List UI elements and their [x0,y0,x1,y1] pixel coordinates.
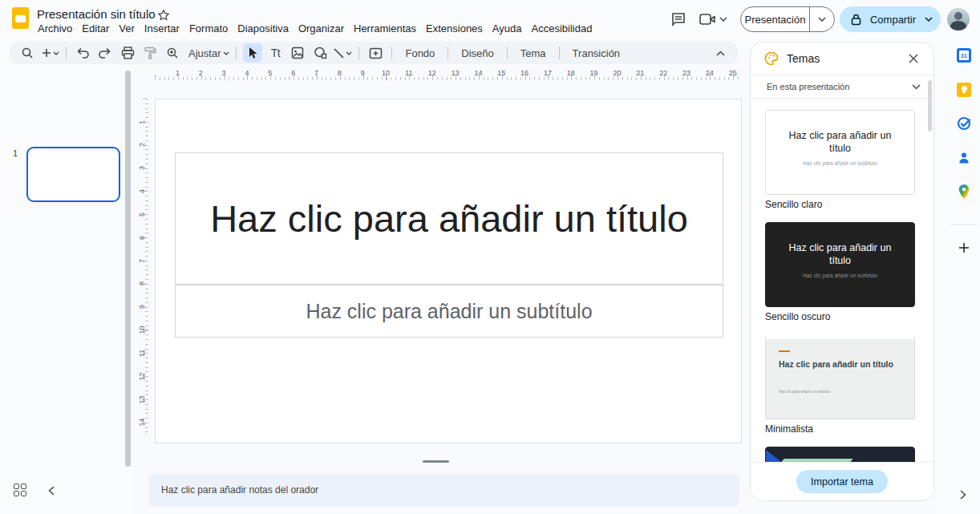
theme-name: Sencillo oscuro [765,311,919,323]
title-placeholder-text: Haz clic para añadir un título [210,194,688,244]
chevron-down-icon [818,17,826,22]
text-box-button[interactable]: Tt [265,43,285,63]
select-tool-button[interactable] [243,43,262,63]
theme-card[interactable]: Haz clic para añadir un título Haz clic … [765,334,919,435]
theme-subtitle-placeholder: Haz clic para añadir un subtítulo [766,160,914,166]
avatar[interactable] [947,8,970,30]
add-app-button[interactable] [957,241,971,255]
keep-icon[interactable] [957,83,971,97]
slides-logo-inner [15,15,26,22]
notes-resize-handle[interactable] [423,460,449,463]
placeholder-plus-icon [369,47,383,59]
slide-number: 1 [13,148,18,158]
text-box-icon: Tt [271,47,280,59]
theme-thumbnail[interactable] [765,447,915,463]
redo-button[interactable] [95,43,115,63]
paint-format-button[interactable] [140,43,160,63]
calendar-day-label: 31 [959,51,969,60]
chevron-down-icon [223,51,229,55]
layout-label[interactable]: Diseño [455,47,500,59]
theme-card[interactable]: Haz clic para añadir un título Haz clic … [765,222,919,323]
themes-panel-scrollbar[interactable] [928,80,932,132]
present-options-caret[interactable] [810,17,834,22]
divider [391,47,392,59]
grid-view-icon[interactable] [14,484,27,497]
avatar-body [950,21,966,30]
search-menus-button[interactable] [18,43,37,63]
slide-editor[interactable]: Haz clic para añadir un título Haz clic … [155,99,742,443]
star-icon[interactable] [157,9,170,22]
zoom-button[interactable] [163,43,182,63]
menu-item[interactable]: Archivo [33,21,77,36]
insert-placeholder-button[interactable] [366,43,385,63]
chevron-down-icon[interactable] [925,17,933,22]
share-button[interactable]: Compartir [840,6,941,32]
theme-thumbnail[interactable]: Haz clic para añadir un título Haz clic … [765,222,915,307]
share-button-label[interactable]: Compartir [861,14,925,26]
present-button-label[interactable]: Presentación [741,14,809,26]
menu-item[interactable]: Insertar [140,21,184,36]
title-placeholder-box[interactable]: Haz clic para añadir un título [175,152,723,285]
ruler-number: 14 [131,417,154,428]
ruler-number: 11 [131,347,154,358]
menu-item[interactable]: Ayuda [488,21,527,36]
chevron-down-icon [346,51,352,55]
layout-button[interactable]: Diseño [455,43,500,63]
filmstrip-scrollbar[interactable] [125,71,131,467]
background-button[interactable]: Fondo [399,43,441,63]
insert-image-button[interactable] [288,43,307,63]
filmstrip: 1 [0,67,125,514]
menu-item[interactable]: Editar [77,21,114,36]
maps-icon[interactable] [957,184,971,199]
subtitle-placeholder-box[interactable]: Haz clic para añadir un subtítulo [175,285,723,338]
menu-item[interactable]: Extensiones [421,21,488,36]
menu-item[interactable]: Accesibilidad [527,21,597,36]
menu-item[interactable]: Ver [114,21,140,36]
theme-button[interactable]: Tema [514,43,553,63]
menu-item[interactable]: Herramientas [349,21,421,36]
fit-zoom-label[interactable]: Ajustar [185,47,222,59]
import-theme-button[interactable]: Importar tema [796,470,888,493]
chevron-right-icon [960,490,966,500]
side-apps-strip: 31 [937,38,980,514]
present-button[interactable]: Presentación [740,6,835,32]
document-title[interactable]: Presentación sin título [37,7,156,21]
theme-thumbnail[interactable]: Haz clic para añadir un título Haz clic … [765,334,915,419]
menu-item[interactable]: Diapositiva [233,21,294,36]
theme-card[interactable] [765,447,919,463]
speaker-notes[interactable]: Haz clic para añadir notas del orador [148,474,739,507]
fit-zoom-select[interactable]: Ajustar [185,43,229,63]
theme-thumbnail[interactable]: Haz clic para añadir un título Haz clic … [765,110,915,195]
menu-item[interactable]: Organizar [294,21,349,36]
shapes-icon [314,47,327,59]
section-label: En esta presentación [767,82,912,91]
themes-panel-header: Temas [751,42,933,75]
transition-button[interactable]: Transición [566,43,626,63]
meet-camera-button[interactable] [696,8,730,30]
print-button[interactable] [118,43,137,63]
comments-button[interactable] [667,8,690,30]
lock-icon [851,14,861,26]
collapse-filmstrip-button[interactable] [45,484,58,497]
chevron-down-icon[interactable] [912,84,921,90]
contacts-icon[interactable] [957,151,971,165]
calendar-icon[interactable]: 31 [957,48,971,63]
hide-side-panel-button[interactable] [958,489,969,500]
divider [358,47,359,59]
close-panel-button[interactable] [905,50,922,67]
insert-shape-button[interactable] [310,43,330,63]
background-label[interactable]: Fondo [399,47,441,59]
theme-card[interactable]: Haz clic para añadir un título Haz clic … [765,110,919,211]
theme-label[interactable]: Tema [514,47,553,59]
in-this-presentation-section[interactable]: En esta presentación [751,75,933,99]
hide-menus-button[interactable] [711,43,730,63]
slides-logo-icon[interactable] [12,7,29,29]
tasks-icon[interactable] [957,116,971,131]
transition-label[interactable]: Transición [566,47,626,59]
slide-thumbnail[interactable] [26,147,120,202]
themes-panel-footer: Importar tema [751,462,933,500]
menu-item[interactable]: Formato [184,21,233,36]
zoom-add-button[interactable] [40,43,59,63]
insert-line-button[interactable] [333,43,352,63]
undo-button[interactable] [73,43,92,63]
